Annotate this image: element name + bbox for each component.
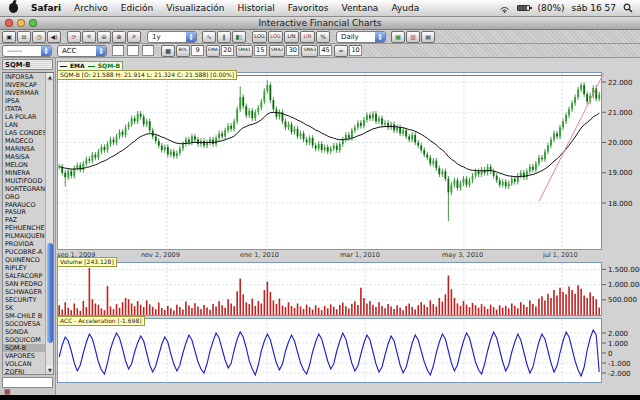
volume-chart[interactable]: 1.500.0001.000.000500.000 bbox=[57, 262, 640, 316]
legend-series-label: SQM-B bbox=[98, 62, 120, 70]
ema-period-field[interactable]: 20 bbox=[221, 45, 234, 56]
oscillator-button[interactable]: ≈ bbox=[334, 45, 348, 57]
menu-item-historial[interactable]: Historial bbox=[238, 3, 275, 13]
scroll-up-arrow[interactable]: ▲ bbox=[46, 73, 54, 81]
colors-button[interactable]: ▦ bbox=[391, 31, 405, 43]
sidebar-bottom-field[interactable] bbox=[2, 377, 53, 388]
zoom-button[interactable] bbox=[29, 19, 37, 27]
window-title: Interactive Financial Charts bbox=[258, 18, 381, 28]
candle-chart-button[interactable]: ▮▯ bbox=[232, 31, 246, 43]
legend-ema-label: EMA bbox=[70, 62, 85, 70]
app-window: Interactive Financial Charts ▣ ⧉ ◷ ◀) ⟳ … bbox=[0, 17, 640, 395]
toolbar-row-2: ------▲▼ ACC▲▼ ▩ BOL 9 EMA 20 SMA1 15 SM… bbox=[0, 44, 640, 58]
interval-dropdown[interactable]: Daily▲▼ bbox=[336, 31, 386, 43]
ema-line-sample bbox=[60, 66, 67, 67]
sma1-period-field[interactable]: 15 bbox=[254, 45, 267, 56]
sound-button[interactable]: ◀) bbox=[47, 31, 61, 43]
menu-item-archivo[interactable]: Archivo bbox=[74, 3, 108, 13]
menu-item-favoritos[interactable]: Favoritos bbox=[288, 3, 329, 13]
symbol-list: ▲ ▼ INFORSAINVERCAPINVERMARIPSAITATALA P… bbox=[2, 72, 54, 375]
sma3-button[interactable]: SMA3 bbox=[301, 45, 318, 57]
percent-scale-button[interactable]: % bbox=[316, 31, 330, 43]
screen: SafariArchivoEdiciónVisualizaciónHistori… bbox=[0, 0, 640, 400]
svg-text:1.000.000: 1.000.000 bbox=[608, 281, 640, 289]
battery-icon[interactable] bbox=[517, 5, 530, 11]
svg-text:19.000: 19.000 bbox=[608, 169, 633, 177]
grid-toggle-button[interactable]: ▩ bbox=[161, 45, 175, 57]
zoom-out-button[interactable]: ⊖ bbox=[97, 31, 111, 43]
param-field-a[interactable] bbox=[112, 45, 124, 56]
wifi-icon[interactable] bbox=[499, 4, 510, 13]
acc-tag: ACC - Acceleration [-1.698] bbox=[57, 316, 145, 326]
date-axis: sep 1, 2009nov 2, 2009ene 1, 2010mar 1, … bbox=[57, 250, 640, 260]
date-label: ene 1, 2010 bbox=[240, 251, 279, 259]
title-bar[interactable]: Interactive Financial Charts bbox=[0, 17, 640, 30]
date-label: nov 2, 2009 bbox=[141, 251, 180, 259]
menu-item-safari[interactable]: Safari bbox=[31, 3, 61, 13]
menu-status-area: (80%) sáb 16 57 bbox=[499, 3, 633, 13]
close-button[interactable] bbox=[5, 19, 13, 27]
svg-text:22.000: 22.000 bbox=[608, 79, 633, 87]
log-scale-alt-button[interactable]: LOG bbox=[268, 31, 283, 43]
param-field-c[interactable] bbox=[142, 45, 154, 56]
bollinger-button[interactable]: BOL bbox=[176, 45, 190, 57]
symbol-search-field[interactable]: SQM-B bbox=[2, 59, 53, 70]
zoom-in-button[interactable]: ⊕ bbox=[112, 31, 126, 43]
layout-button[interactable]: ⧉ bbox=[17, 31, 31, 43]
line-chart-button[interactable]: ∿ bbox=[202, 31, 216, 43]
refresh-button[interactable]: ⟳ bbox=[67, 31, 81, 43]
quote-tag: SQM-B [O: 21.588 H: 21.914 L: 21.324 C: … bbox=[57, 70, 237, 80]
indicator-dropdown[interactable]: ACC▲▼ bbox=[57, 45, 107, 57]
svg-text:20.000: 20.000 bbox=[608, 139, 633, 147]
svg-text:-2.000: -2.000 bbox=[608, 370, 631, 378]
ohlc-chart-button[interactable]: ‖ bbox=[217, 31, 231, 43]
symbol-sidebar: SQM-B ▲ ▼ INFORSAINVERCAPINVERMARIPSAITA… bbox=[0, 58, 56, 395]
scroll-down-arrow[interactable]: ▼ bbox=[46, 366, 54, 374]
oscillator-period-field[interactable]: 10 bbox=[349, 45, 362, 56]
acc-chart[interactable]: 2.0001.0000-1.000-2.000 bbox=[57, 318, 640, 383]
sma3-period-field[interactable]: 45 bbox=[319, 45, 332, 56]
new-window-button[interactable]: ▣ bbox=[2, 31, 16, 43]
sma1-button[interactable]: SMA1 bbox=[236, 45, 253, 57]
menu-bar: SafariArchivoEdiciónVisualizaciónHistori… bbox=[0, 0, 640, 17]
date-label: may 3, 2010 bbox=[442, 251, 483, 259]
svg-text:1.500.000: 1.500.000 bbox=[608, 266, 640, 274]
log-scale-button[interactable]: LOG bbox=[252, 31, 267, 43]
ema-button[interactable]: EMA bbox=[206, 45, 220, 57]
toolbar-row-1: ▣ ⧉ ◷ ◀) ⟳ « ⊖ ⊕ » 1y▲▼ ∿ ‖ ▮▯ LOG bbox=[0, 30, 640, 44]
clock-button[interactable]: ◷ bbox=[32, 31, 46, 43]
scroll-back-button[interactable]: « bbox=[82, 31, 96, 43]
range-dropdown[interactable]: 1y▲▼ bbox=[147, 31, 197, 43]
svg-text:2.000: 2.000 bbox=[608, 330, 628, 338]
spotlight-icon[interactable] bbox=[623, 3, 633, 13]
battery-percent: (80%) bbox=[537, 3, 564, 13]
param-field-b[interactable] bbox=[127, 45, 139, 56]
alerts-button[interactable]: ▥ bbox=[406, 31, 420, 43]
scroll-forward-button[interactable]: » bbox=[127, 31, 141, 43]
scroll-thumb[interactable] bbox=[47, 243, 53, 343]
svg-text:1.000: 1.000 bbox=[608, 340, 628, 348]
bollinger-period-field[interactable]: 9 bbox=[191, 45, 204, 56]
sma2-period-field[interactable]: 30 bbox=[286, 45, 299, 56]
menu-item-ayuda[interactable]: Ayuda bbox=[391, 3, 419, 13]
svg-text:-1.000: -1.000 bbox=[608, 360, 631, 368]
symbol-list-scrollbar[interactable]: ▲ ▼ bbox=[45, 73, 53, 374]
svg-text:21.000: 21.000 bbox=[608, 109, 633, 117]
chart-area: EMA SQM-B SQM-B [O: 21.588 H: 21.914 L: … bbox=[56, 58, 640, 395]
quote-table-button[interactable]: ▤ bbox=[421, 31, 435, 43]
menu-item-edición[interactable]: Edición bbox=[121, 3, 154, 13]
menu-item-visualización[interactable]: Visualización bbox=[166, 3, 224, 13]
date-label: jul 1, 2010 bbox=[543, 251, 578, 259]
lin-scale-button[interactable]: LIN bbox=[284, 31, 299, 43]
apple-icon[interactable] bbox=[9, 3, 18, 13]
minimize-button[interactable] bbox=[17, 19, 25, 27]
menu-item-ventana[interactable]: Ventana bbox=[341, 3, 378, 13]
price-chart[interactable]: 22.00021.00020.00019.00018.000 bbox=[57, 72, 640, 250]
svg-text:18.000: 18.000 bbox=[608, 200, 633, 208]
lin-scale-alt-button[interactable]: LIN bbox=[300, 31, 315, 43]
svg-text:0: 0 bbox=[608, 350, 612, 358]
status-grid-icon[interactable]: ▦ bbox=[4, 389, 11, 396]
menu-clock[interactable]: sáb 16 57 bbox=[571, 3, 616, 13]
compare-dropdown[interactable]: ------▲▼ bbox=[2, 45, 52, 57]
sma2-button[interactable]: SMA2 bbox=[269, 45, 286, 57]
